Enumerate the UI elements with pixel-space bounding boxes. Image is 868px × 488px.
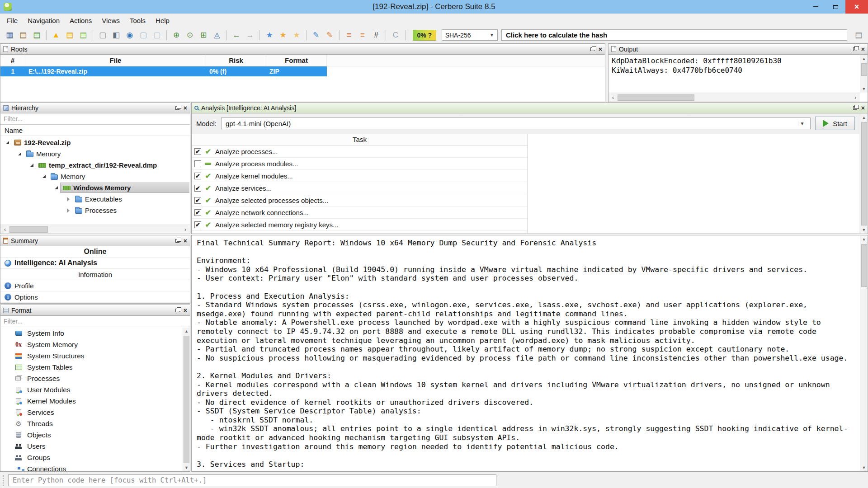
scrollbar-thumb[interactable] xyxy=(184,336,189,463)
task-checkbox[interactable] xyxy=(194,160,201,167)
roots-table-row[interactable]: 1 E:\...\192-Reveal.zip 0% (f) ZIP xyxy=(0,66,327,76)
menu-tools[interactable]: Tools xyxy=(125,14,151,27)
summary-options-link[interactable]: i Options xyxy=(0,291,190,303)
scroll-left-icon[interactable]: ‹ xyxy=(0,226,9,233)
scrollbar-thumb[interactable] xyxy=(618,94,694,101)
frame-icon[interactable]: ▢ xyxy=(137,30,149,41)
format-item-objects[interactable]: Objects xyxy=(1,429,182,441)
output-vertical-scrollbar[interactable]: ▲ ▼ xyxy=(860,55,868,93)
close-button[interactable]: × xyxy=(845,0,868,14)
task-checkbox[interactable] xyxy=(194,173,201,179)
scroll-right-icon[interactable]: › xyxy=(181,226,190,233)
pencil-orange-icon[interactable]: ✎ xyxy=(324,30,335,41)
scrollbar-thumb[interactable] xyxy=(861,122,867,225)
minimize-button[interactable] xyxy=(806,0,826,14)
collapse-arrow-icon[interactable] xyxy=(67,208,70,213)
format-item-processes[interactable]: Processes xyxy=(1,373,182,384)
flash-file-green-icon[interactable]: ▤ xyxy=(77,30,89,41)
scrollbar-thumb[interactable] xyxy=(9,226,48,233)
window-globe-icon[interactable]: ◉ xyxy=(124,30,136,41)
lock-file-icon[interactable]: ⊙ xyxy=(184,30,196,41)
float-panel-icon[interactable] xyxy=(175,239,179,243)
float-panel-icon[interactable] xyxy=(590,47,594,51)
ai-analysis-report[interactable]: Final Technical Summary Report: Windows … xyxy=(192,235,868,472)
copy-hash-icon[interactable]: ▤ xyxy=(853,30,864,41)
titlebar[interactable]: [192-Reveal.zip] - Cerbero Suite 8.5 × xyxy=(0,0,868,14)
format-item-threads[interactable]: ⚙ Threads xyxy=(1,418,182,429)
hierarchy-horizontal-scrollbar[interactable]: ‹ › xyxy=(0,225,190,234)
close-panel-icon[interactable]: × xyxy=(184,307,187,314)
model-select[interactable]: gpt-4.1-mini (OpenAI) ▼ xyxy=(221,117,811,129)
scroll-down-icon[interactable]: ▼ xyxy=(862,464,866,471)
menu-help[interactable]: Help xyxy=(151,14,175,27)
close-panel-icon[interactable]: × xyxy=(184,105,187,111)
scroll-up-icon[interactable]: ▲ xyxy=(184,328,189,335)
forward-icon[interactable]: → xyxy=(244,30,256,41)
summary-intelligence-item[interactable]: Intelligence: AI Analysis xyxy=(0,258,190,269)
back-icon[interactable]: ← xyxy=(231,30,242,41)
menu-file[interactable]: File xyxy=(2,14,23,27)
collapse-arrow-icon[interactable] xyxy=(67,197,70,202)
close-panel-icon[interactable]: × xyxy=(861,105,865,111)
task-row-processes-objects[interactable]: ✔ Analyze selected processes objects... xyxy=(192,194,527,206)
task-checkbox[interactable] xyxy=(194,185,201,192)
scroll-left-icon[interactable]: ‹ xyxy=(609,94,618,101)
column-risk[interactable]: Risk xyxy=(206,55,266,66)
format-item-users[interactable]: Users xyxy=(1,441,182,452)
task-checkbox[interactable] xyxy=(194,221,201,228)
format-item-connections[interactable]: Connections xyxy=(1,463,182,471)
task-row-kernel-modules[interactable]: ✔ Analyze kernel modules... xyxy=(192,170,527,182)
close-panel-icon[interactable]: × xyxy=(184,238,187,244)
hash-icon[interactable]: # xyxy=(370,30,382,41)
column-num[interactable]: # xyxy=(0,55,25,66)
task-column-header[interactable]: Task xyxy=(192,134,527,145)
expand-arrow-icon[interactable] xyxy=(42,175,46,178)
scan-file-icon[interactable]: ◬ xyxy=(211,30,223,41)
scroll-down-icon[interactable]: ▼ xyxy=(862,85,866,93)
expand-arrow-icon[interactable] xyxy=(18,152,21,155)
scroll-up-icon[interactable]: ▲ xyxy=(862,114,866,121)
tree-node-zip[interactable]: 192-Reveal.zip xyxy=(1,137,189,148)
carbon-icon[interactable]: C xyxy=(390,30,401,41)
close-panel-icon[interactable]: × xyxy=(861,46,865,52)
format-item-groups[interactable]: Groups xyxy=(1,452,182,463)
pencil-blue-icon[interactable]: ✎ xyxy=(310,30,322,41)
window-save-icon[interactable]: ◧ xyxy=(110,30,122,41)
frame-dashed-icon[interactable]: ▢ xyxy=(151,30,163,41)
tree-node-dmp[interactable]: temp_extract_dir/192-Reveal.dmp xyxy=(1,160,189,171)
menu-navigation[interactable]: Navigation xyxy=(23,14,65,27)
task-row-registry-keys[interactable]: ✔ Analyze selected memory registry keys.… xyxy=(192,219,527,231)
window-icon[interactable]: ▢ xyxy=(97,30,108,41)
tree-node-memory[interactable]: Memory xyxy=(1,148,189,160)
structures-edit-icon[interactable]: ≡ xyxy=(357,30,368,41)
flash-icon[interactable]: ▲ xyxy=(50,30,62,41)
float-panel-icon[interactable] xyxy=(853,106,857,110)
scroll-down-icon[interactable]: ▼ xyxy=(184,464,189,471)
format-item-user-modules[interactable]: User Modules xyxy=(1,384,182,395)
format-item-system-memory[interactable]: 0x System Memory xyxy=(1,339,182,350)
hash-field[interactable]: Click here to calculate the hash xyxy=(501,29,847,41)
format-item-system-info[interactable]: System Info xyxy=(1,328,182,339)
report-vertical-scrollbar[interactable]: ▲ ▼ xyxy=(860,235,868,471)
task-row-services[interactable]: ✔ Analyze services... xyxy=(192,182,527,194)
format-vertical-scrollbar[interactable]: ▲ ▼ xyxy=(183,328,190,471)
import-file-icon[interactable]: ⊞ xyxy=(198,30,209,41)
star-pale-icon[interactable]: ★ xyxy=(291,30,302,41)
task-row-processes[interactable]: ✔ Analyze processes... xyxy=(192,145,527,158)
tree-node-memory2[interactable]: Memory xyxy=(1,171,189,182)
format-item-services[interactable]: Services xyxy=(1,407,182,418)
format-item-system-tables[interactable]: System Tables xyxy=(1,361,182,373)
paste-icon[interactable]: ▤ xyxy=(31,30,42,41)
output-horizontal-scrollbar[interactable]: ‹ › xyxy=(609,93,860,102)
scroll-right-icon[interactable]: › xyxy=(851,94,860,101)
risk-score-badge[interactable]: 0% ? xyxy=(413,30,436,41)
tree-node-windows-memory[interactable]: Windows Memory xyxy=(1,182,189,193)
scroll-up-icon[interactable]: ▲ xyxy=(862,235,866,243)
task-checkbox[interactable] xyxy=(194,197,201,204)
float-panel-icon[interactable] xyxy=(853,47,857,51)
star-blue-icon[interactable]: ★ xyxy=(264,30,275,41)
format-filter-input[interactable] xyxy=(0,316,190,327)
scroll-down-icon[interactable]: ▼ xyxy=(862,226,866,234)
format-item-kernel-modules[interactable]: Kernel Modules xyxy=(1,395,182,407)
summary-profile-link[interactable]: i Profile xyxy=(0,280,190,291)
